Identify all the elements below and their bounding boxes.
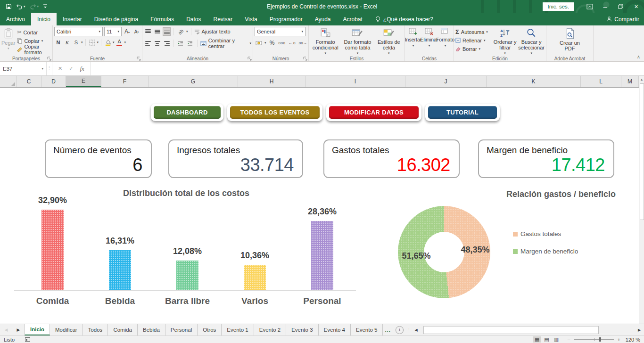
increase-indent-icon[interactable] xyxy=(186,39,194,48)
normal-view-icon[interactable]: ▦ xyxy=(533,336,541,343)
sheet-tab-personal[interactable]: Personal xyxy=(165,324,198,335)
shrink-font-button[interactable]: A▾ xyxy=(132,27,140,36)
align-center-icon[interactable] xyxy=(153,39,161,48)
create-pdf-button[interactable]: Crear un PDF xyxy=(556,27,584,55)
align-top-icon[interactable] xyxy=(144,27,152,36)
column-header-I[interactable]: I xyxy=(305,76,405,87)
orientation-button[interactable]: ab xyxy=(177,27,185,36)
collapse-ribbon-icon[interactable]: ∧ xyxy=(637,54,640,59)
enter-icon[interactable]: ✓ xyxy=(69,65,73,72)
column-header-M[interactable]: M xyxy=(621,76,639,87)
page-layout-view-icon[interactable]: ▤ xyxy=(542,336,551,343)
decrease-indent-icon[interactable] xyxy=(177,39,185,48)
clear-button[interactable]: Borrar▾ xyxy=(455,45,492,52)
column-header-H[interactable]: H xyxy=(238,76,305,87)
column-header-L[interactable]: L xyxy=(581,76,621,87)
fill-color-button[interactable] xyxy=(104,38,112,47)
tab-insertar[interactable]: Insertar xyxy=(57,13,88,25)
ribbon-display-options-icon[interactable] xyxy=(582,0,597,13)
column-header-F[interactable]: F xyxy=(101,76,149,87)
align-left-icon[interactable] xyxy=(144,39,152,48)
alignment-dialog-launcher[interactable] xyxy=(248,57,252,61)
sheet-tab-modificar[interactable]: Modificar xyxy=(50,324,83,335)
font-color-button[interactable]: A xyxy=(116,38,124,47)
customize-qat-icon[interactable] xyxy=(43,4,48,9)
restore-button[interactable] xyxy=(613,0,628,13)
font-dialog-launcher[interactable] xyxy=(137,57,141,61)
wrap-text-button[interactable]: Ajustar texto xyxy=(194,27,231,36)
tab-vista[interactable]: Vista xyxy=(239,13,263,25)
tab-dise-o-de-p-gina[interactable]: Diseño de página xyxy=(88,13,144,25)
zoom-in-icon[interactable]: + xyxy=(618,337,620,343)
paste-button[interactable]: Pegar ▾ xyxy=(1,27,15,55)
percent-style-icon[interactable]: % xyxy=(268,39,276,47)
vertical-scroll-thumb[interactable] xyxy=(640,83,644,220)
fill-color-dropdown[interactable]: ▾ xyxy=(113,41,115,44)
cell-styles-button[interactable]: Estilos de celda▾ xyxy=(375,27,403,55)
insert-function-icon[interactable]: fx xyxy=(80,65,84,73)
tab-revisar[interactable]: Revisar xyxy=(207,13,239,25)
close-button[interactable]: × xyxy=(628,0,644,13)
increase-decimal-icon[interactable]: ←.0 xyxy=(288,39,296,47)
sheet-tab-otros[interactable]: Otros xyxy=(198,324,222,335)
fill-button[interactable]: Rellenar▾ xyxy=(455,37,492,44)
font-size-select[interactable]: 11▾ xyxy=(104,27,122,36)
redo-dropdown-arrow[interactable]: ▾ xyxy=(37,5,39,8)
sheet-canvas[interactable]: DASHBOARDTODOS LOS EVENTOSMODIFICAR DATO… xyxy=(0,88,639,324)
column-header-D[interactable]: D xyxy=(41,76,66,87)
select-all-corner[interactable] xyxy=(0,76,17,87)
tab-programador[interactable]: Programador xyxy=(264,13,309,25)
hscroll-left-icon[interactable]: ◀ xyxy=(411,324,421,335)
sort-filter-button[interactable]: AZ Ordenar y filtrar▾ xyxy=(493,27,518,55)
underline-dropdown[interactable]: ▾ xyxy=(81,41,83,44)
sheet-nav-right-icon[interactable]: ▶ xyxy=(12,324,25,335)
align-middle-icon[interactable] xyxy=(153,27,161,36)
sign-in-button[interactable]: Inic. ses. xyxy=(543,2,574,11)
borders-dropdown[interactable]: ▾ xyxy=(97,41,99,44)
delete-cells-button[interactable]: Eliminar▾ xyxy=(421,27,438,55)
conditional-formatting-button[interactable]: ≠ Formato condicional▾ xyxy=(310,27,340,55)
clipboard-dialog-launcher[interactable] xyxy=(47,57,51,61)
tab-inicio[interactable]: Inicio xyxy=(31,13,57,25)
font-name-select[interactable]: Calibri▾ xyxy=(54,27,103,36)
hscroll-right-icon[interactable]: ▶ xyxy=(635,324,644,335)
tab-f-rmulas[interactable]: Fórmulas xyxy=(144,13,180,25)
cancel-icon[interactable]: ✕ xyxy=(58,65,62,72)
sheet-tab-todos[interactable]: Todos xyxy=(83,324,108,335)
legend-item-gastos-totales[interactable]: Gastos totales xyxy=(513,230,578,237)
tab-archivo[interactable]: Archivo xyxy=(0,13,31,25)
undo-icon[interactable]: ▾ xyxy=(16,4,25,9)
sheet-tab-evento-1[interactable]: Evento 1 xyxy=(222,324,254,335)
more-sheets-indicator[interactable]: ... xyxy=(383,324,393,335)
page-break-view-icon[interactable]: ▥ xyxy=(552,336,561,343)
horizontal-scroll-thumb[interactable] xyxy=(423,326,599,334)
accounting-format-dropdown[interactable]: ▾ xyxy=(264,41,266,45)
zoom-out-icon[interactable]: − xyxy=(567,337,570,343)
tab-acrobat[interactable]: Acrobat xyxy=(337,13,369,25)
bold-button[interactable]: N xyxy=(54,38,62,47)
sheet-tab-comida[interactable]: Comida xyxy=(108,324,138,335)
minimize-button[interactable]: – xyxy=(597,0,613,13)
nav-button-modificar-datos[interactable]: MODIFICAR DATOS xyxy=(326,104,421,121)
column-header-G[interactable]: G xyxy=(149,76,238,87)
align-right-icon[interactable] xyxy=(163,39,171,48)
scroll-up-icon[interactable]: ▲ xyxy=(639,76,644,82)
zoom-slider-thumb[interactable] xyxy=(599,337,601,342)
sheet-tab-evento-2[interactable]: Evento 2 xyxy=(254,324,286,335)
save-icon[interactable] xyxy=(6,3,12,9)
merge-center-button[interactable]: Combinar y centrar▾ xyxy=(200,39,251,48)
tab-datos[interactable]: Datos xyxy=(180,13,207,25)
format-cells-button[interactable]: Formato▾ xyxy=(438,27,454,55)
align-bottom-icon[interactable] xyxy=(163,27,171,36)
sheet-tab-evento-5[interactable]: Evento 5 xyxy=(351,324,383,335)
format-as-table-button[interactable]: Dar formato como tabla▾ xyxy=(341,27,373,55)
column-header-K[interactable]: K xyxy=(487,76,581,87)
sheet-tab-evento-4[interactable]: Evento 4 xyxy=(319,324,351,335)
legend-item-margen-de-beneficio[interactable]: Margen de beneficio xyxy=(513,248,578,255)
nav-button-tutorial[interactable]: TUTORIAL xyxy=(425,104,500,121)
vertical-scrollbar[interactable]: ▲ xyxy=(639,76,644,324)
sheet-tab-bebida[interactable]: Bebida xyxy=(138,324,165,335)
number-format-select[interactable]: General▾ xyxy=(255,27,305,36)
accounting-format-icon[interactable] xyxy=(255,39,263,47)
sheet-tab-evento-3[interactable]: Evento 3 xyxy=(286,324,318,335)
